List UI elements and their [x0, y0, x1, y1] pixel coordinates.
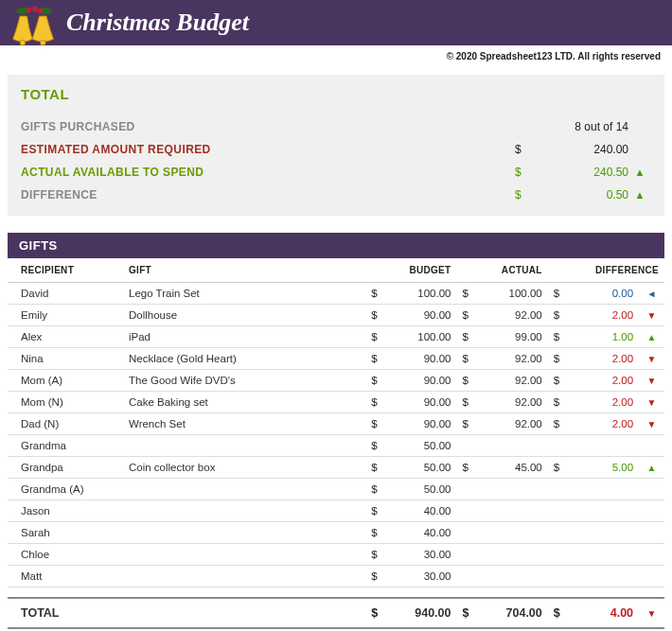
svg-point-2	[27, 8, 32, 13]
table-row: Mom (N)Cake Baking set$90.00$92.00$2.00▼	[8, 392, 664, 413]
cell-diff: 0.00	[570, 283, 639, 305]
cell-budget: 100.00	[387, 283, 456, 305]
svg-point-6	[41, 40, 46, 45]
cell-recipient: Nina	[8, 348, 123, 370]
cell-actual: 92.00	[479, 392, 548, 413]
table-row: DavidLego Train Set$100.00$100.00$0.00◄	[8, 283, 664, 305]
summary-estimated-value: 240.00	[534, 143, 628, 156]
cell-diff: 2.00	[570, 305, 639, 326]
table-row: Jason$40.00	[8, 500, 664, 522]
cell-diff-currency	[548, 500, 570, 522]
cell-gift: The Good Wife DVD's	[123, 370, 365, 392]
cell-actual	[479, 500, 548, 522]
cell-budget: 90.00	[387, 370, 456, 392]
cell-gift: Necklace (Gold Heart)	[123, 348, 365, 370]
cell-budget: 50.00	[387, 457, 456, 479]
diff-arrow-icon	[639, 522, 664, 544]
summary-difference-value: 0.50	[534, 188, 628, 202]
cell-recipient: David	[8, 283, 123, 305]
cell-diff: 2.00	[570, 348, 639, 370]
gifts-section-header: GIFTS	[8, 233, 664, 258]
cell-diff	[570, 522, 639, 544]
cell-recipient: Grandpa	[8, 457, 123, 479]
cell-actual-currency	[456, 522, 478, 544]
table-row: Dad (N)Wrench Set$90.00$92.00$2.00▼	[8, 413, 664, 435]
cell-gift	[123, 566, 365, 587]
summary-purchased-label: GIFTS PURCHASED	[21, 120, 515, 133]
table-row: Grandma$50.00	[8, 435, 664, 457]
totals-arrow-icon: ▼	[639, 598, 664, 628]
cell-actual-currency: $	[456, 348, 478, 370]
cell-diff-currency	[548, 566, 570, 587]
cell-diff	[570, 544, 639, 566]
table-row: Sarah$40.00	[8, 522, 664, 544]
cell-budget-currency: $	[365, 544, 387, 566]
cell-actual-currency: $	[456, 370, 478, 392]
summary-row-difference: DIFFERENCE $ 0.50 ▲	[21, 184, 651, 206]
cell-budget: 100.00	[387, 326, 456, 348]
summary-row-actual: ACTUAL AVAILABLE TO SPEND $ 240.50 ▲	[21, 161, 651, 184]
bells-icon	[8, 4, 61, 57]
copyright-text: © 2020 Spreadsheet123 LTD. All rights re…	[0, 45, 672, 75]
cell-diff-currency: $	[548, 326, 570, 348]
cell-recipient: Chloe	[8, 544, 123, 566]
cell-diff-currency	[548, 522, 570, 544]
diff-arrow-icon: ▼	[639, 392, 664, 413]
diff-arrow-icon	[639, 544, 664, 566]
cell-diff-currency	[548, 544, 570, 566]
summary-estimated-label: ESTIMATED AMOUNT REQUIRED	[21, 143, 515, 156]
cell-budget: 90.00	[387, 305, 456, 326]
diff-arrow-icon	[639, 435, 664, 457]
cell-gift	[123, 435, 365, 457]
cell-gift: Coin collector box	[123, 457, 365, 479]
gifts-table: RECIPIENT GIFT BUDGET ACTUAL DIFFERENCE …	[8, 258, 664, 629]
cell-actual: 92.00	[479, 370, 548, 392]
cell-gift: Cake Baking set	[123, 392, 365, 413]
summary-actual-label: ACTUAL AVAILABLE TO SPEND	[21, 166, 515, 179]
diff-arrow-icon: ▲	[639, 457, 664, 479]
table-row: Matt$30.00	[8, 566, 664, 587]
diff-arrow-icon: ▲	[639, 326, 664, 348]
cell-actual: 45.00	[479, 457, 548, 479]
cell-budget-currency: $	[365, 305, 387, 326]
cell-diff	[570, 435, 639, 457]
summary-difference-currency: $	[515, 188, 534, 202]
cell-actual-currency: $	[456, 305, 478, 326]
diff-arrow-icon: ▼	[639, 370, 664, 392]
cell-diff-currency: $	[548, 305, 570, 326]
totals-actual: 704.00	[479, 598, 548, 628]
diff-arrow-icon	[639, 500, 664, 522]
cell-diff	[570, 479, 639, 500]
summary-panel: TOTAL GIFTS PURCHASED 8 out of 14 ESTIMA…	[8, 75, 664, 216]
totals-row: TOTAL$940.00$704.00$4.00▼	[8, 598, 664, 628]
cell-actual-currency	[456, 479, 478, 500]
cell-diff-currency: $	[548, 413, 570, 435]
cell-budget: 50.00	[387, 479, 456, 500]
col-budget: BUDGET	[365, 258, 456, 283]
cell-budget-currency: $	[365, 326, 387, 348]
cell-recipient: Jason	[8, 500, 123, 522]
cell-recipient: Matt	[8, 566, 123, 587]
cell-recipient: Dad (N)	[8, 413, 123, 435]
cell-diff-currency: $	[548, 392, 570, 413]
cell-budget-currency: $	[365, 479, 387, 500]
up-arrow-icon: ▲	[628, 189, 651, 201]
cell-diff-currency: $	[548, 370, 570, 392]
cell-budget-currency: $	[365, 457, 387, 479]
up-arrow-icon: ▲	[628, 167, 651, 178]
cell-gift	[123, 479, 365, 500]
cell-budget: 30.00	[387, 544, 456, 566]
totals-budget-currency: $	[365, 598, 387, 628]
page-title: Christmas Budget	[66, 9, 249, 37]
cell-diff	[570, 500, 639, 522]
cell-recipient: Alex	[8, 326, 123, 348]
cell-budget: 90.00	[387, 392, 456, 413]
diff-arrow-icon: ▼	[639, 348, 664, 370]
cell-recipient: Sarah	[8, 522, 123, 544]
col-actual: ACTUAL	[456, 258, 547, 283]
cell-diff: 5.00	[570, 457, 639, 479]
diff-arrow-icon: ▼	[639, 413, 664, 435]
cell-budget-currency: $	[365, 522, 387, 544]
cell-diff: 2.00	[570, 413, 639, 435]
cell-actual-currency: $	[456, 457, 478, 479]
